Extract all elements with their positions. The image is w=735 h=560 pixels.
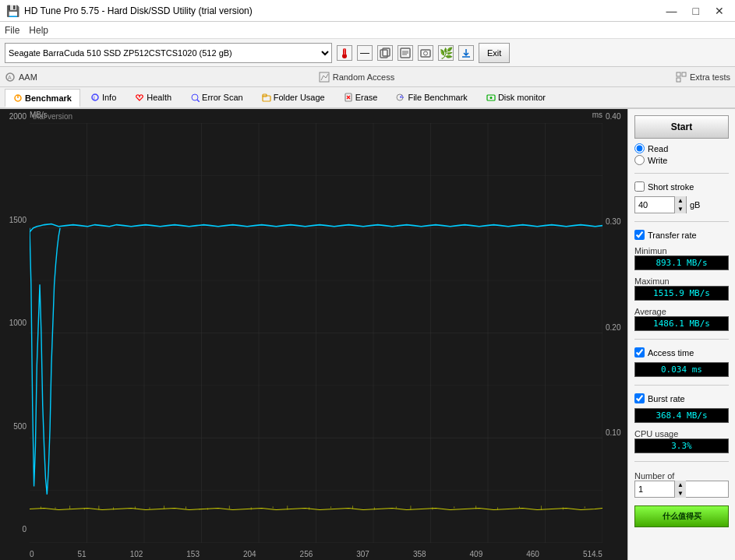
exit-button[interactable]: Exit — [479, 43, 510, 63]
tab-folder-usage[interactable]: Folder Usage — [253, 88, 334, 107]
x-460: 460 — [526, 550, 539, 558]
svg-rect-58 — [98, 505, 99, 509]
minus-icon[interactable]: — — [357, 45, 373, 61]
minimum-value: 893.1 MB/s — [634, 255, 729, 270]
tab-extra-tests[interactable]: Extra tests — [676, 72, 730, 83]
svg-rect-16 — [682, 72, 686, 76]
y-left-2000: 2000 — [9, 112, 27, 121]
y-left-500: 500 — [13, 422, 27, 431]
window-title: HD Tune Pro 5.75 - Hard Disk/SSD Utility… — [24, 5, 253, 16]
copy-icon2[interactable] — [398, 45, 413, 61]
transfer-rate-checkbox[interactable] — [634, 230, 645, 240]
right-panel: Start Read Write Short stroke ▲ ▼ — [627, 109, 735, 560]
tabs-row2: Benchmark i Info Health Error Scan Folde… — [0, 87, 735, 109]
tab-health[interactable]: Health — [126, 88, 180, 107]
tab-aam[interactable]: A AAM — [5, 72, 37, 83]
tab-health-label: Health — [147, 93, 171, 102]
tab-info-label: Info — [102, 93, 116, 102]
y-right-030: 0.30 — [606, 217, 620, 226]
access-time-check[interactable]: Access time — [634, 347, 729, 357]
svg-text:A: A — [8, 75, 12, 80]
number-of-spinbox[interactable]: ▲ ▼ — [634, 481, 729, 498]
divider5 — [634, 461, 729, 462]
ms-label: ms — [592, 111, 602, 119]
svg-rect-60 — [135, 506, 136, 509]
svg-rect-67 — [273, 506, 274, 508]
cpu-usage-value: 3.3% — [634, 438, 729, 453]
minimize-button[interactable]: — — [662, 5, 682, 17]
tab-error-scan[interactable]: Error Scan — [182, 88, 252, 107]
tab-aam-label: AAM — [19, 72, 37, 82]
svg-rect-61 — [150, 507, 150, 509]
bottom-promo-button[interactable]: 什么值得买 — [634, 505, 729, 527]
x-153: 153 — [186, 550, 200, 558]
burst-rate-checkbox[interactable] — [634, 393, 645, 403]
short-stroke-label: Short stroke — [648, 182, 694, 192]
menu-file[interactable]: File — [5, 25, 19, 36]
short-stroke-input[interactable] — [635, 199, 674, 211]
tab-info[interactable]: i Info — [82, 88, 125, 107]
svg-rect-64 — [207, 508, 208, 509]
svg-rect-15 — [677, 72, 680, 76]
y-left-1500v: 1500 — [9, 216, 27, 224]
access-time-checkbox[interactable] — [634, 347, 645, 357]
promo-label: 什么值得买 — [663, 512, 701, 520]
tab-random-access[interactable]: Random Access — [319, 72, 394, 83]
x-51: 51 — [78, 550, 87, 558]
read-write-group: Read Write — [634, 143, 729, 165]
y-left-0: 0 — [22, 525, 27, 534]
svg-rect-77 — [475, 505, 476, 509]
x-256: 256 — [300, 550, 313, 558]
tab-extra-tests-label: Extra tests — [690, 72, 730, 82]
transfer-rate-check[interactable]: Transfer rate — [634, 230, 729, 240]
average-label: Average — [634, 307, 729, 316]
copy-icon1[interactable] — [377, 45, 393, 61]
write-radio[interactable]: Write — [634, 155, 729, 165]
tab-benchmark[interactable]: Benchmark — [5, 89, 80, 107]
title-bar: 💾 HD Tune Pro 5.75 - Hard Disk/SSD Utili… — [0, 0, 735, 22]
write-radio-input[interactable] — [634, 155, 645, 165]
temperature-icon[interactable] — [337, 45, 352, 61]
read-radio-input[interactable] — [634, 143, 645, 153]
svg-rect-66 — [251, 507, 252, 509]
menu-help[interactable]: Help — [29, 25, 48, 36]
svg-rect-63 — [186, 506, 186, 509]
number-of-input[interactable] — [635, 483, 674, 495]
tab-file-benchmark[interactable]: File Benchmark — [387, 88, 475, 107]
svg-rect-9 — [421, 50, 430, 57]
drive-select[interactable]: Seagate BarraCuda 510 SSD ZP512CSTCS1020… — [5, 43, 332, 63]
download-icon[interactable] — [458, 45, 474, 61]
burst-rate-label: Burst rate — [648, 394, 685, 403]
number-of-down[interactable]: ▼ — [675, 489, 686, 498]
svg-rect-76 — [454, 506, 454, 508]
short-stroke-checkbox[interactable] — [634, 181, 645, 192]
svg-text:i: i — [94, 94, 95, 101]
x-axis: 0 51 102 153 204 256 307 358 409 460 514… — [30, 550, 602, 558]
read-radio[interactable]: Read — [634, 143, 729, 153]
maximum-label: Maximun — [634, 276, 729, 286]
short-stroke-up[interactable]: ▲ — [675, 196, 686, 205]
tab-erase[interactable]: Erase — [335, 88, 387, 107]
short-stroke-spinbox[interactable]: ▲ ▼ — [634, 196, 687, 213]
camera-icon[interactable] — [418, 45, 433, 61]
short-stroke-down[interactable]: ▼ — [675, 205, 686, 213]
close-button[interactable]: ✕ — [710, 5, 729, 17]
x-409: 409 — [470, 550, 483, 558]
svg-point-22 — [192, 94, 198, 100]
svg-point-33 — [489, 97, 492, 99]
start-button[interactable]: Start — [634, 115, 729, 139]
svg-rect-79 — [519, 506, 520, 508]
tabs-row1: A AAM Random Access Extra tests — [0, 67, 735, 87]
y-right-040: 0.40 — [606, 112, 620, 121]
tab-disk-monitor[interactable]: Disk monitor — [478, 88, 554, 107]
maximize-button[interactable]: □ — [688, 5, 704, 17]
main-area: 2000 1500 1000 500 0 MB/s ms trial versi… — [0, 109, 735, 560]
svg-rect-81 — [563, 507, 564, 509]
burst-rate-check[interactable]: Burst rate — [634, 393, 729, 403]
short-stroke-check[interactable]: Short stroke — [634, 181, 729, 192]
y-left-1000: 1000 — [9, 319, 27, 327]
svg-rect-72 — [374, 507, 375, 509]
y-axis-left: 2000 1500 1000 500 0 — [0, 109, 28, 537]
number-of-up[interactable]: ▲ — [675, 481, 686, 489]
leaf-icon[interactable]: 🌿 — [438, 45, 454, 61]
